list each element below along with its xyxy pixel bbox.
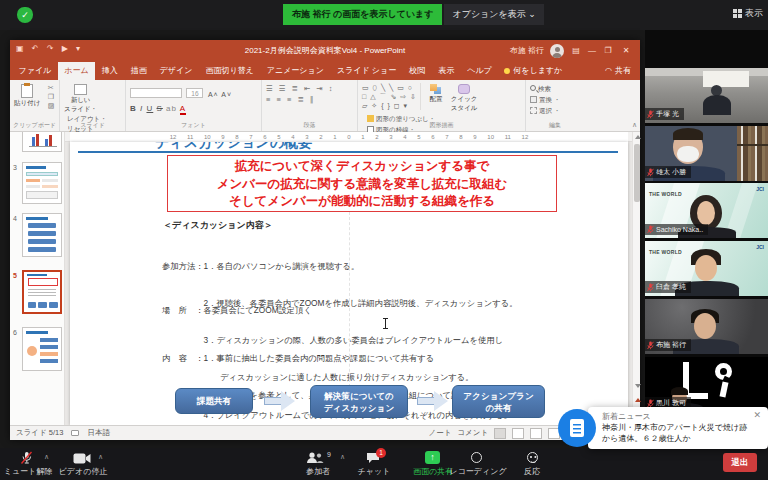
thumbnail-slide-5-current[interactable] [22,270,62,314]
headline-textbox[interactable]: 拡充について深くディスカッションする事で メンバーの拡充に関する意識を変革し拡充… [167,155,557,212]
ppt-status-bar: スライド 5/13 日本語 ノート コメント — + [10,425,640,440]
comments-toggle[interactable]: コメント [457,428,488,438]
person-silhouette [697,201,715,225]
window-title: 2021-2月例会説明会資料案Vol4 - PowerPoint [10,40,640,62]
close-button[interactable]: ✕ [618,40,634,62]
flow-box-action-plan[interactable]: アクションプラン の共有 [452,385,545,418]
video-tile-fuse-active-speaker[interactable]: 布施 裕行 [645,299,768,354]
video-tile-tezuka[interactable]: 手塚 光 [645,68,768,123]
strike-button[interactable]: S [157,104,163,113]
ppt-share-button[interactable]: ◠ 共有 [605,62,640,80]
new-slide-button[interactable]: 新しい スライド・ [64,83,97,114]
tab-design[interactable]: デザイン [153,62,199,80]
slide-scrollbar[interactable] [632,132,640,425]
user-avatar[interactable] [550,44,564,58]
video-tile-ogatsu[interactable]: 雄太 小勝 [645,126,768,181]
replace-button[interactable]: 置換 ・ [530,94,580,105]
notification-close-icon[interactable]: ✕ [753,410,761,420]
jci-logo: JCI [756,186,764,192]
news-notification-popup[interactable]: 新着ニュース 神奈川・厚木市のアパート火災で焼け跡から遺体。６２歳住人か ✕ [588,407,768,449]
thumbnail-slide-4[interactable] [22,213,62,257]
restore-button[interactable]: ❐ [600,40,616,62]
slide-canvas[interactable]: ディスカッションの概要 拡充について深くディスカッションする事で メンバーの拡充… [70,142,628,425]
paste-button[interactable]: 貼り付け [14,83,40,108]
font-size-box[interactable]: 16 [186,88,203,98]
tab-help[interactable]: ヘルプ [461,62,499,80]
underline-button[interactable]: U [146,104,153,113]
video-tile-sachiko[interactable]: THE WORLD JCI Sachiko Naka.. [645,183,768,238]
ribbon-display-options-icon[interactable]: ▤ [568,40,584,62]
video-tile-usukura[interactable]: THE WORLD JCI 臼倉 孝純 [645,241,768,296]
find-button[interactable]: 検索 [530,83,580,94]
quick-styles-button[interactable]: クイック スタイル [451,83,478,113]
collapse-ribbon-icon[interactable]: ∧ [632,121,637,129]
previous-slide-icon[interactable] [635,398,641,402]
select-button[interactable]: 選択 ・ [530,105,580,116]
tab-file[interactable]: ファイル [12,62,58,80]
grow-shrink-font[interactable]: A˄ A˅ [208,91,232,98]
news-app-icon [558,409,596,447]
language-indicator[interactable]: 日本語 [87,428,110,438]
thumbnail-number-selected: 5 [13,272,17,279]
notes-toggle[interactable]: ノート [429,428,452,438]
tab-animations[interactable]: アニメーション [260,62,330,80]
normal-view-icon[interactable] [494,428,506,439]
new-slide-icon [74,84,87,95]
text-shadow-button[interactable]: ab [166,104,177,113]
tab-insert[interactable]: 挿入 [95,62,124,80]
encryption-shield-icon[interactable]: ✓ [17,7,33,23]
alignment-buttons[interactable]: ≡ ≡ ≡ ≣ ∥ [266,94,353,105]
group-drawing: ▭ ⬯ ╲ ╲ ▭ ○□ △ ⌒ ⇘ ⇨ ⇩▱ ✧ { } ◻ ▾ 配置 クイッ… [358,80,526,131]
italic-button[interactable]: I [140,104,143,113]
thumbnail-number: 4 [13,215,17,222]
video-tile-kurokawa[interactable]: 黒川 敦司 [645,357,768,412]
chat-badge: 1 [376,448,386,458]
thumbnail-slide-3[interactable] [22,162,62,204]
thumbnail-slide-2[interactable] [22,132,62,152]
scroll-down-icon[interactable] [635,384,641,388]
muted-mic-icon [647,283,654,292]
participants-caret[interactable]: ∧ [340,453,345,461]
proofing-icon[interactable] [71,430,79,436]
bold-button[interactable]: B [130,104,137,113]
reading-view-icon[interactable] [530,428,542,439]
tab-slideshow[interactable]: スライド ショー [330,62,402,80]
ppt-title-bar: ▣ ↶ ↷ ▶ ▾ 2021-2月例会説明会資料案Vol4 - PowerPoi… [10,40,640,62]
thumbnail-slide-6[interactable] [22,327,62,371]
tab-view[interactable]: 表示 [432,62,461,80]
jci-logo: JCI [756,244,764,250]
participant-name-chip: 手塚 光 [645,108,684,120]
scroll-up-icon[interactable] [635,135,641,139]
flow-arrow [264,391,296,411]
flow-box-discussion[interactable]: 解決策についての ディスカッション [310,385,408,418]
mic-options-caret[interactable]: ∧ [44,453,49,461]
font-name-box[interactable] [130,88,182,98]
place-text[interactable]: 場 所 ：各委員会にてZOOM設定頂く [162,304,312,316]
tab-review[interactable]: 校閲 [403,62,432,80]
minimize-button[interactable]: — [584,40,600,62]
view-button[interactable]: 表示 [733,7,763,20]
zoom-bottom-toolbar: ∧ ミュート解除 ∧ ビデオの停止 9 ∧ 参加者 [0,448,768,480]
list-indent-buttons[interactable]: ☰ ☰ ≣ ⇤ ⇥ ↕ [266,83,353,94]
cut-copy-painter[interactable]: ✂❐▨ [48,83,55,110]
slide-sorter-icon[interactable] [512,428,524,439]
font-color-button[interactable]: A [180,104,186,115]
share-screen-icon: ↑ [425,451,440,464]
tab-home[interactable]: ホーム [58,62,95,80]
tab-draw[interactable]: 描画 [124,62,153,80]
leave-meeting-button[interactable]: 退出 [723,453,757,472]
tell-me-bulb-icon [504,68,510,74]
muted-mic-icon [647,168,654,177]
shape-gallery[interactable]: ▭ ⬯ ╲ ╲ ▭ ○□ △ ⌒ ⇘ ⇨ ⇩▱ ✧ { } ◻ ▾ [362,83,421,110]
tab-transitions[interactable]: 画面切り替え [199,62,260,80]
flow-arrow [417,391,449,411]
flow-box-issue-sharing[interactable]: 課題共有 [175,388,253,414]
arrange-button[interactable]: 配置 [429,83,442,104]
participant-name-chip: 臼倉 孝純 [645,281,691,293]
video-options-caret[interactable]: ∧ [98,453,103,461]
tell-me-search[interactable]: 何をしますか [513,62,562,80]
view-options-button[interactable]: オプションを表示 ⌄ [444,4,543,25]
scroll-thumb[interactable] [634,144,640,202]
section-heading[interactable]: ＜ディスカッション内容＞ [163,219,273,232]
participants-count: 9 [327,451,331,458]
